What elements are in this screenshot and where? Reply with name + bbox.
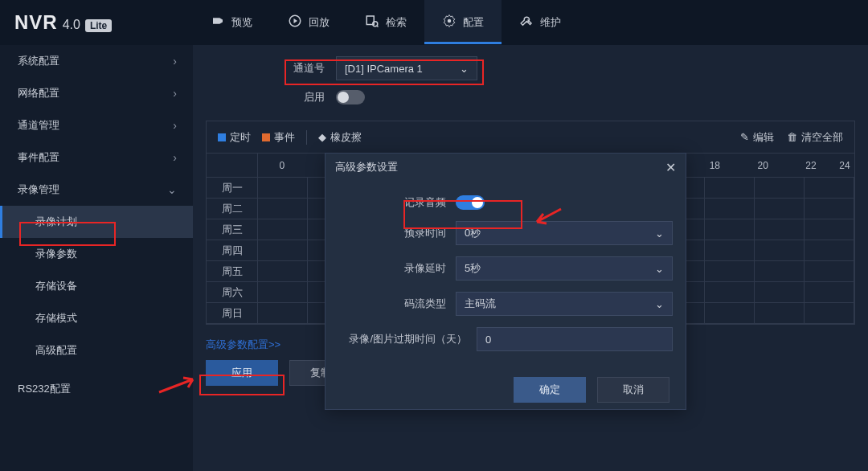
eraser-icon: ◆ [318, 131, 326, 143]
post-record-value: 5秒 [465, 261, 481, 276]
topnav: 预览 回放 检索 配置 维护 [193, 0, 579, 44]
enable-toggle[interactable] [336, 90, 365, 104]
tool-label: 清空全部 [801, 130, 843, 145]
day-sat: 周六 [207, 282, 257, 303]
camera-icon [211, 14, 225, 31]
pre-record-value: 0秒 [465, 226, 481, 240]
play-icon [288, 14, 302, 31]
channel-form: 通道号 [D1] IPCamera 1 ⌄ 启用 [193, 45, 868, 121]
topnav-maintain[interactable]: 维护 [502, 0, 579, 44]
post-record-label: 录像延时 [338, 261, 446, 276]
modal-ok-button[interactable]: 确定 [514, 377, 586, 403]
arrow-icon [158, 375, 199, 398]
sidebar-item-label: 系统配置 [18, 54, 59, 68]
logo-badge: Lite [85, 19, 112, 32]
topnav-playback[interactable]: 回放 [270, 0, 347, 44]
sidebar-item-recording[interactable]: 录像管理 ⌄ [0, 174, 193, 206]
search-icon [365, 14, 379, 31]
schedule-legend: 定时 事件 ◆ 橡皮擦 [218, 130, 362, 145]
tool-label: 编辑 [753, 130, 774, 145]
channel-value: [D1] IPCamera 1 [345, 63, 423, 75]
modal-close-button[interactable]: ✕ [665, 160, 676, 175]
topnav-label: 回放 [309, 15, 330, 30]
sidebar-item-event[interactable]: 事件配置 › [0, 141, 193, 174]
legend-event[interactable]: 事件 [262, 130, 295, 145]
sidebar-item-label: 网络配置 [18, 86, 59, 100]
sidebar-item-system[interactable]: 系统配置 › [0, 45, 193, 77]
advanced-config-link[interactable]: 高级参数配置>> [206, 338, 280, 352]
svg-point-3 [448, 19, 452, 23]
sidebar-item-label: 事件配置 [18, 150, 59, 165]
day-tue: 周二 [207, 199, 257, 219]
modal-cancel-button[interactable]: 取消 [597, 377, 669, 403]
wrench-icon [519, 14, 534, 31]
sidebar: 系统配置 › 网络配置 › 通道管理 › 事件配置 › 录像管理 ⌄ 录像计划 … [0, 45, 193, 471]
advanced-settings-modal: 高级参数设置 ✕ 记录音频 预录时间 0秒 ⌄ 录像延时 5秒 ⌄ 码流类型 主… [325, 153, 686, 410]
apply-button[interactable]: 应用 [206, 360, 278, 386]
legend-scheduled[interactable]: 定时 [218, 130, 251, 145]
gear-icon [442, 14, 457, 31]
chevron-right-icon: › [173, 55, 177, 68]
sidebar-sub-storage-mode[interactable]: 存储模式 [0, 302, 193, 334]
sidebar-item-network[interactable]: 网络配置 › [0, 77, 193, 109]
trash-icon: 🗑 [787, 131, 797, 143]
arrow-icon [530, 206, 563, 232]
sidebar-sub-label: 高级配置 [35, 343, 77, 358]
stream-type-label: 码流类型 [338, 297, 446, 311]
sidebar-item-label: 录像管理 [18, 182, 59, 197]
topnav-label: 预览 [231, 15, 252, 30]
sidebar-sub-label: 存储模式 [35, 311, 77, 326]
sidebar-sub-advanced[interactable]: 高级配置 [0, 334, 193, 367]
post-record-select[interactable]: 5秒 ⌄ [456, 256, 673, 281]
modal-title: 高级参数设置 [335, 160, 398, 174]
sidebar-sub-record-plan[interactable]: 录像计划 [0, 206, 193, 238]
clear-all-button[interactable]: 🗑 清空全部 [787, 130, 843, 145]
sidebar-item-channel[interactable]: 通道管理 › [0, 109, 193, 141]
day-wed: 周三 [207, 219, 257, 240]
chevron-down-icon: ⌄ [655, 263, 664, 275]
pre-record-label: 预录时间 [338, 226, 446, 240]
chevron-right-icon: › [173, 151, 177, 164]
pencil-icon: ✎ [740, 131, 749, 143]
day-thu: 周四 [207, 240, 257, 261]
record-audio-toggle[interactable] [456, 195, 485, 210]
topnav-label: 配置 [463, 15, 484, 30]
topnav-preview[interactable]: 预览 [193, 0, 270, 44]
enable-label: 启用 [286, 90, 325, 104]
header: NVR 4.0 Lite 预览 回放 检索 配置 维护 [0, 0, 868, 45]
chevron-down-icon: ⌄ [655, 227, 664, 240]
logo: NVR 4.0 Lite [0, 11, 193, 34]
chevron-down-icon: ⌄ [167, 183, 177, 196]
sidebar-sub-label: 录像计划 [35, 215, 77, 229]
channel-select[interactable]: [D1] IPCamera 1 ⌄ [336, 56, 477, 80]
sidebar-sub-label: 存储设备 [35, 279, 77, 293]
chevron-down-icon: ⌄ [460, 63, 469, 75]
expire-input[interactable]: 0 [477, 327, 673, 351]
square-icon [262, 133, 270, 141]
sidebar-sub-label: 录像参数 [35, 247, 77, 261]
chevron-right-icon: › [173, 119, 177, 132]
legend-label: 事件 [274, 130, 295, 145]
eraser-label: 橡皮擦 [330, 130, 362, 145]
day-column: 周一 周二 周三 周四 周五 周六 周日 [207, 154, 258, 324]
pre-record-select[interactable]: 0秒 ⌄ [456, 221, 673, 245]
sidebar-sub-storage-device[interactable]: 存储设备 [0, 270, 193, 302]
edit-button[interactable]: ✎ 编辑 [740, 130, 774, 145]
logo-version: 4.0 [63, 18, 80, 32]
sidebar-item-label: RS232配置 [18, 382, 71, 396]
legend-label: 定时 [230, 130, 251, 145]
topnav-config[interactable]: 配置 [424, 0, 502, 44]
stream-type-select[interactable]: 主码流 ⌄ [456, 292, 673, 316]
chevron-down-icon: ⌄ [655, 298, 664, 310]
topnav-label: 检索 [386, 15, 407, 30]
topnav-label: 维护 [540, 15, 561, 30]
topnav-search[interactable]: 检索 [347, 0, 424, 44]
eraser-tool[interactable]: ◆ 橡皮擦 [318, 130, 362, 145]
record-audio-label: 记录音频 [338, 195, 446, 210]
square-icon [218, 133, 226, 141]
divider [306, 130, 307, 145]
channel-label: 通道号 [286, 61, 325, 76]
expire-label: 录像/图片过期时间（天） [338, 332, 467, 346]
sidebar-sub-record-param[interactable]: 录像参数 [0, 238, 193, 270]
expire-value: 0 [485, 334, 491, 346]
